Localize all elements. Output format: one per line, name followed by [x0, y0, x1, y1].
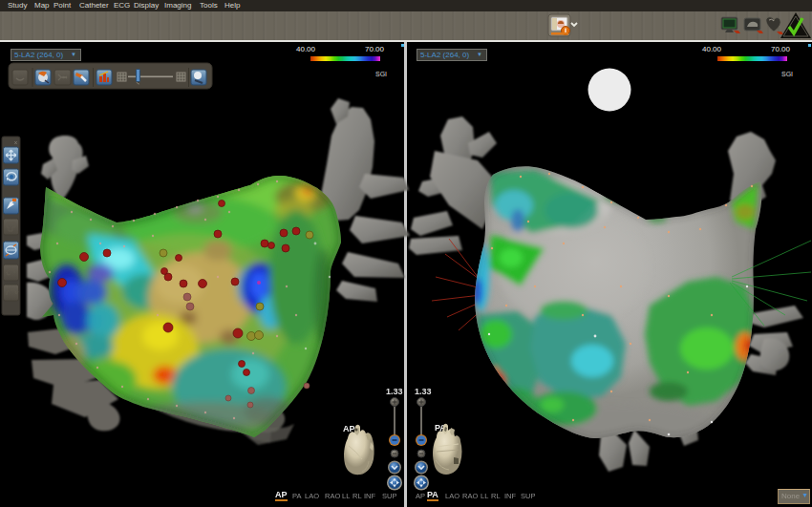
svg-text:1.33: 1.33	[415, 387, 432, 396]
svg-text:1.33: 1.33	[386, 387, 403, 396]
